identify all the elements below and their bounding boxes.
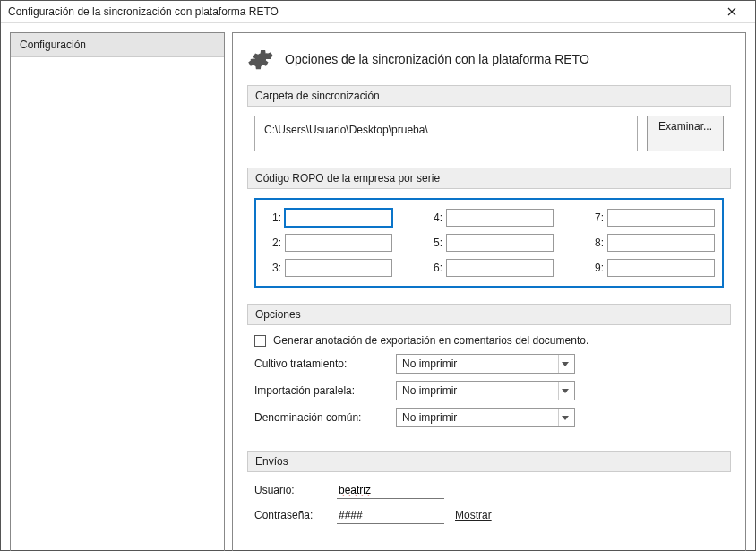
ropo-frame: 1: 4: 7: 2: 5:	[254, 198, 724, 288]
ropo-label-8: 8:	[589, 237, 607, 249]
option-label-importacion: Importación paralela:	[254, 384, 389, 397]
sidebar-item-label: Configuración	[20, 39, 86, 51]
option-value-denominacion: No imprimir	[402, 411, 457, 424]
titlebar: Configuración de la sincronización con p…	[1, 1, 755, 23]
export-annotation-label: Generar anotación de exportación en come…	[273, 334, 588, 347]
chevron-down-icon	[558, 382, 571, 400]
envios-user-input[interactable]	[337, 481, 444, 499]
sidebar: Configuración	[10, 32, 225, 551]
ropo-input-5[interactable]	[446, 234, 554, 252]
gear-icon	[247, 46, 274, 73]
ropo-label-7: 7:	[589, 211, 607, 224]
section-body-envios: Usuario: Contraseña: Mostrar	[247, 472, 731, 542]
main-panel: Opciones de la sincronización con la pla…	[232, 32, 746, 551]
ropo-input-9[interactable]	[607, 259, 715, 277]
columns: Configuración Opciones de la sincronizac…	[10, 32, 746, 551]
section-body-ropo: 1: 4: 7: 2: 5:	[247, 189, 731, 298]
option-row-denominacion: Denominación común: No imprimir	[254, 408, 724, 427]
ropo-input-6[interactable]	[446, 259, 554, 277]
section-body-folder: C:\Users\Usuario\Desktop\prueba\ Examina…	[247, 107, 731, 162]
ropo-label-6: 6:	[428, 262, 446, 274]
show-password-link[interactable]: Mostrar	[455, 509, 492, 521]
option-label-denominacion: Denominación común:	[254, 411, 389, 424]
section-label-envios: Envíos	[247, 451, 731, 472]
ropo-label-3: 3:	[267, 262, 285, 274]
ropo-input-3[interactable]	[285, 259, 392, 277]
section-body-options: Generar anotación de exportación en come…	[247, 325, 731, 445]
chevron-down-icon	[558, 355, 571, 373]
ropo-input-2[interactable]	[285, 234, 392, 252]
ropo-input-7[interactable]	[607, 209, 715, 227]
main-header: Opciones de la sincronización con la pla…	[247, 46, 731, 73]
envios-user-label: Usuario:	[254, 484, 326, 496]
browse-button[interactable]: Examinar...	[647, 116, 724, 151]
envios-pass-label: Contraseña:	[254, 509, 326, 521]
options-checkbox-row: Generar anotación de exportación en come…	[254, 334, 724, 347]
envios-pass-input[interactable]	[337, 506, 444, 524]
option-label-cultivo: Cultivo tratamiento:	[254, 357, 389, 370]
window-title: Configuración de la sincronización con p…	[8, 5, 279, 18]
main-title: Opciones de la sincronización con la pla…	[285, 52, 589, 66]
ropo-input-8[interactable]	[607, 234, 715, 252]
ropo-label-2: 2:	[267, 237, 285, 249]
ropo-grid: 1: 4: 7: 2: 5:	[267, 209, 711, 277]
option-select-cultivo[interactable]: No imprimir	[396, 354, 575, 374]
option-value-importacion: No imprimir	[402, 384, 457, 397]
dialog-window: Configuración de la sincronización con p…	[0, 0, 756, 551]
option-row-cultivo: Cultivo tratamiento: No imprimir	[254, 354, 724, 374]
ropo-label-4: 4:	[428, 211, 446, 224]
ropo-label-1: 1:	[267, 211, 285, 224]
option-row-importacion: Importación paralela: No imprimir	[254, 381, 724, 400]
envios-pass-row: Contraseña: Mostrar	[254, 506, 724, 524]
close-icon	[727, 7, 736, 16]
close-button[interactable]	[717, 1, 746, 22]
folder-path-box[interactable]: C:\Users\Usuario\Desktop\prueba\	[254, 116, 638, 151]
export-annotation-checkbox[interactable]	[254, 335, 266, 347]
section-label-options: Opciones	[247, 304, 731, 325]
chevron-down-icon	[558, 409, 571, 426]
option-value-cultivo: No imprimir	[402, 357, 457, 370]
ropo-label-9: 9:	[589, 262, 607, 274]
option-select-importacion[interactable]: No imprimir	[396, 381, 575, 400]
option-select-denominacion[interactable]: No imprimir	[396, 408, 575, 427]
sidebar-item-configuracion[interactable]: Configuración	[11, 33, 224, 57]
ropo-input-1[interactable]	[285, 209, 392, 227]
folder-row: C:\Users\Usuario\Desktop\prueba\ Examina…	[254, 116, 724, 151]
section-label-folder: Carpeta de sincronización	[247, 85, 731, 107]
ropo-input-4[interactable]	[446, 209, 554, 227]
envios-user-row: Usuario:	[254, 481, 724, 499]
ropo-label-5: 5:	[428, 237, 446, 249]
dialog-body: Configuración Opciones de la sincronizac…	[1, 23, 755, 551]
section-label-ropo: Código ROPO de la empresa por serie	[247, 168, 731, 189]
